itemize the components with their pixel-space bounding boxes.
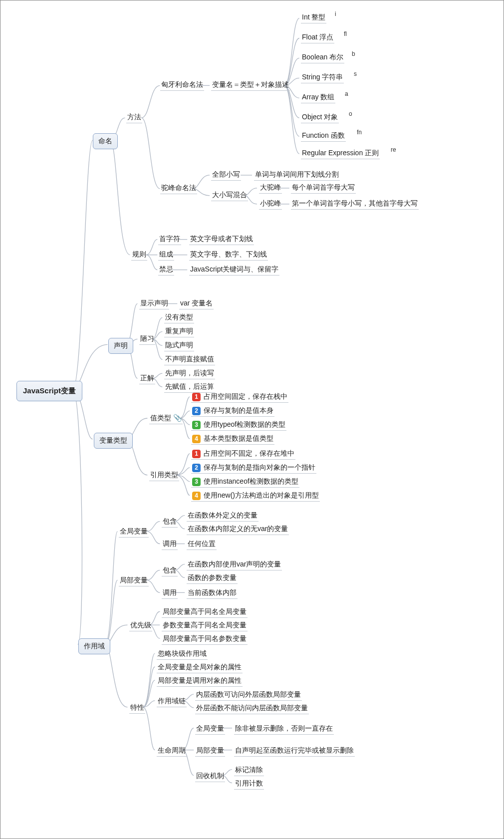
decl-explicit-desc: var 变量名 <box>179 298 214 309</box>
type-object-suffix: o <box>349 110 352 117</box>
decl-good: 正解 <box>139 373 155 384</box>
camel-big-desc: 每个单词首字母大写 <box>291 183 356 194</box>
rule-taboo: 禁忌 <box>158 265 174 276</box>
decl-bad: 陋习 <box>139 334 155 345</box>
vtype-r1: 1占用空间不固定，保存在堆中 <box>191 449 295 460</box>
type-string: String 字符串 <box>301 72 344 83</box>
feature-2: 全局变量是全局对象的属性 <box>157 662 243 673</box>
life-local: 局部变量 <box>195 746 225 757</box>
decl-bad3: 隐式声明 <box>164 340 194 351</box>
vtype-v4-text: 基本类型数据是值类型 <box>204 434 273 442</box>
life-global-desc: 除非被显示删除，否则一直存在 <box>234 724 334 735</box>
priority-3-icon: 3 <box>192 421 201 429</box>
vartype-value: 值类型📎 <box>149 413 183 424</box>
mind-map: JavaScript变量 命名 声明 变量类型 作用域 方法 规则 匈牙利命名法… <box>0 0 504 839</box>
type-float: Float 浮点 <box>301 32 334 43</box>
priority-2-icon: 2 <box>192 464 201 472</box>
node-rule: 规则 <box>131 250 147 261</box>
priority-1: 局部变量高于同名全局变量 <box>162 607 248 618</box>
vtype-r3-text: 使用instanceof检测数据的类型 <box>204 477 298 485</box>
feature-life: 生命周期 <box>157 746 187 757</box>
rule-taboo-desc: JavaScript关键词与、保留字 <box>189 265 279 276</box>
scope-priority: 优先级 <box>129 620 152 631</box>
vtype-v3: 3使用typeof检测数据的类型 <box>191 420 286 431</box>
type-bool: Boolean 布尔 <box>301 52 344 63</box>
gc-2: 引用计数 <box>234 779 264 790</box>
priority-1-icon: 1 <box>192 393 201 401</box>
scope-global: 全局变量 <box>119 527 149 538</box>
chain-1: 内层函数可访问外层函数局部变量 <box>195 690 302 701</box>
local-contain: 包含 <box>162 565 178 576</box>
global-c2: 在函数体内部定义的无var的变量 <box>187 524 289 535</box>
local-call-desc: 当前函数体内部 <box>187 588 238 599</box>
vtype-r4-text: 使用new()方法构造出的对象是引用型 <box>204 491 319 499</box>
type-array-suffix: a <box>345 90 348 97</box>
node-formula: 变量名＝类型＋对象描述 <box>211 80 290 91</box>
global-call-desc: 任何位置 <box>187 539 217 550</box>
decl-bad1: 没有类型 <box>164 312 194 323</box>
priority-2-icon: 2 <box>192 407 201 415</box>
vtype-v2-text: 保存与复制的是值本身 <box>204 406 273 414</box>
rule-first: 首字符 <box>158 234 181 245</box>
feature-3: 局部变量是调用对象的属性 <box>157 676 243 687</box>
vtype-r4: 4使用new()方法构造出的对象是引用型 <box>191 491 320 502</box>
chain-2: 外层函数不能访问内层函数局部变量 <box>195 703 309 714</box>
camel-mix: 大小写混合 <box>211 190 248 201</box>
camel-all-lower: 全部小写 <box>211 170 241 181</box>
decl-good2: 先赋值，后运算 <box>164 382 215 393</box>
type-object: Object 对象 <box>301 112 339 123</box>
decl-explicit: 显示声明 <box>139 298 169 309</box>
priority-2: 参数变量高于同名全局变量 <box>162 620 248 631</box>
vtype-r1-text: 占用空间不固定，保存在堆中 <box>204 449 294 457</box>
node-scope: 作用域 <box>78 638 110 654</box>
vartype-ref: 引用类型 <box>149 470 179 481</box>
vtype-v2: 2保存与复制的是值本身 <box>191 406 274 417</box>
root-node: JavaScript变量 <box>16 381 82 401</box>
vtype-r2: 2保存与复制的是指向对象的一个指针 <box>191 463 316 474</box>
vtype-v3-text: 使用typeof检测数据的类型 <box>204 420 285 428</box>
type-function-suffix: fn <box>357 129 362 136</box>
feature-chain: 作用域链 <box>157 696 187 707</box>
local-call: 调用 <box>162 588 178 599</box>
priority-4-icon: 4 <box>192 435 201 443</box>
global-call: 调用 <box>162 539 178 550</box>
vtype-v1: 1占用空间固定，保存在栈中 <box>191 392 288 403</box>
life-gc: 回收机制 <box>195 771 225 782</box>
priority-4-icon: 4 <box>192 492 201 500</box>
local-c1: 在函数内部使用var声明的变量 <box>187 559 282 570</box>
node-naming: 命名 <box>93 133 118 149</box>
life-local-desc: 自声明起至函数运行完毕或被显示删除 <box>234 746 355 757</box>
decl-good1: 先声明，后读写 <box>164 368 215 379</box>
type-string-suffix: s <box>354 70 357 77</box>
vartype-value-label: 值类型 <box>150 414 171 422</box>
vtype-r3: 3使用instanceof检测数据的类型 <box>191 477 299 488</box>
camel-small: 小驼峰 <box>259 199 282 210</box>
type-bool-suffix: b <box>352 50 355 57</box>
feature-1: 忽略块级作用域 <box>157 649 208 660</box>
type-float-suffix: fl <box>344 30 347 37</box>
life-global: 全局变量 <box>195 724 225 735</box>
global-c1: 在函数体外定义的变量 <box>187 511 258 522</box>
priority-3: 局部变量高于同名参数变量 <box>162 634 248 645</box>
global-contain: 包含 <box>162 517 178 528</box>
scope-local: 局部变量 <box>119 575 149 586</box>
scope-feature: 特性 <box>129 703 145 714</box>
decl-bad2: 重复声明 <box>164 326 194 337</box>
type-array: Array 数组 <box>301 92 335 103</box>
decl-bad4: 不声明直接赋值 <box>164 354 215 365</box>
rule-comp-desc: 英文字母、数字、下划线 <box>189 250 268 261</box>
priority-3-icon: 3 <box>192 478 201 486</box>
gc-1: 标记清除 <box>234 765 264 776</box>
camel-big: 大驼峰 <box>259 183 282 194</box>
node-method: 方法 <box>126 112 142 123</box>
type-function: Function 函数 <box>301 131 346 142</box>
node-hungarian: 匈牙利命名法 <box>160 80 204 91</box>
rule-first-desc: 英文字母或者下划线 <box>189 234 254 245</box>
local-c2: 函数的参数变量 <box>187 573 238 584</box>
vtype-v1-text: 占用空间固定，保存在栈中 <box>204 392 287 400</box>
node-camel: 驼峰命名法 <box>160 183 197 194</box>
type-regex-suffix: re <box>391 146 396 153</box>
attachment-icon: 📎 <box>173 414 182 422</box>
type-regex: Regular Expression 正则 <box>301 148 380 159</box>
vtype-r2-text: 保存与复制的是指向对象的一个指针 <box>204 463 315 471</box>
